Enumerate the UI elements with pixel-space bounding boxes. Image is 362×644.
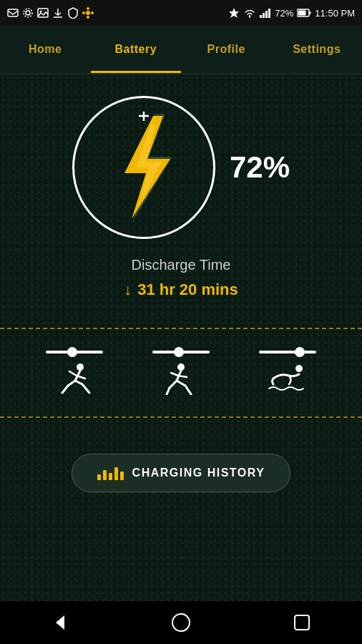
svg-rect-0	[8, 9, 18, 16]
nav-recents-button[interactable]	[288, 608, 316, 637]
image-icon	[37, 7, 49, 19]
flower-icon	[82, 7, 94, 19]
nav-tabs: Home Battery Profile Settings	[0, 26, 362, 74]
tab-home[interactable]: Home	[0, 26, 91, 73]
svg-rect-43	[295, 615, 309, 630]
slider-1[interactable]	[46, 351, 103, 353]
runner-icon-2	[161, 363, 200, 395]
svg-marker-41	[56, 615, 64, 630]
svg-point-9	[82, 11, 85, 14]
back-icon	[50, 613, 70, 633]
svg-rect-13	[263, 13, 265, 18]
svg-line-29	[82, 384, 89, 393]
bar-5	[120, 472, 124, 480]
battery-circle	[72, 96, 215, 239]
battery-percent-status: 72%	[275, 8, 293, 19]
bar-1	[97, 474, 101, 480]
runner-icon-1	[55, 363, 94, 395]
svg-line-37	[185, 386, 191, 394]
slider-knob-2[interactable]	[174, 347, 184, 357]
recents-square-icon	[292, 613, 312, 633]
divider-bottom	[0, 416, 362, 418]
svg-point-10	[91, 11, 94, 14]
star-icon	[228, 7, 240, 19]
status-right: 72% 11:50 PM	[228, 7, 355, 19]
bar-chart-icon	[97, 466, 124, 480]
svg-rect-18	[298, 11, 306, 16]
activity-item-1[interactable]	[46, 351, 103, 395]
settings-icon	[22, 7, 34, 19]
svg-point-6	[86, 11, 90, 15]
svg-marker-11	[229, 8, 239, 18]
tab-profile[interactable]: Profile	[181, 26, 272, 73]
nav-home-button[interactable]	[167, 608, 195, 637]
svg-line-26	[68, 381, 75, 386]
svg-rect-17	[310, 11, 311, 14]
shield-icon	[67, 7, 79, 19]
discharge-section: Discharge Time ↓ 31 hr 20 mins	[124, 239, 238, 313]
tab-battery[interactable]: Battery	[91, 26, 182, 73]
svg-rect-12	[260, 15, 262, 18]
bar-3	[109, 473, 112, 480]
svg-point-42	[172, 614, 190, 631]
svg-rect-14	[265, 11, 268, 18]
slider-knob-1[interactable]	[67, 347, 77, 357]
activity-item-2[interactable]	[152, 351, 210, 395]
divider-top	[0, 328, 362, 329]
charging-btn-section: CHARGING HISTORY	[0, 432, 362, 514]
main-content: 72% Discharge Time ↓ 31 hr 20 mins	[0, 74, 362, 601]
arrow-down-icon: ↓	[124, 280, 132, 299]
status-icons-left	[7, 7, 94, 19]
battery-percentage: 72%	[230, 150, 290, 185]
svg-point-40	[295, 365, 303, 372]
download-icon	[52, 7, 64, 19]
svg-line-38	[171, 373, 178, 376]
svg-rect-15	[268, 9, 270, 18]
battery-icon	[297, 8, 311, 18]
swimmer-icon	[268, 363, 307, 395]
clock: 11:50 PM	[315, 8, 355, 19]
activity-item-3[interactable]	[259, 351, 316, 395]
tab-settings[interactable]: Settings	[272, 26, 363, 73]
bottom-nav	[0, 601, 362, 644]
svg-line-28	[75, 381, 82, 384]
svg-line-27	[62, 386, 68, 393]
activity-section	[0, 343, 362, 402]
svg-line-35	[167, 388, 170, 394]
charging-history-label: CHARGING HISTORY	[132, 467, 265, 479]
discharge-label: Discharge Time	[124, 257, 238, 273]
slider-2[interactable]	[152, 351, 210, 353]
battery-display: 72%	[72, 96, 290, 239]
message-icon	[7, 7, 19, 19]
slider-3[interactable]	[259, 351, 316, 353]
svg-point-4	[40, 11, 42, 13]
bar-4	[114, 467, 118, 480]
svg-point-24	[77, 364, 84, 371]
home-circle-icon	[171, 613, 191, 633]
svg-point-7	[87, 7, 89, 10]
wifi-icon	[243, 8, 256, 18]
nav-back-button[interactable]	[46, 608, 74, 637]
lightning-bolt-icon	[104, 110, 183, 225]
svg-point-1	[26, 11, 30, 15]
discharge-time: ↓ 31 hr 20 mins	[124, 280, 238, 299]
svg-line-36	[177, 381, 185, 386]
svg-line-34	[170, 381, 177, 388]
svg-line-30	[69, 371, 77, 376]
signal-icon	[260, 8, 271, 18]
status-bar: 72% 11:50 PM	[0, 0, 362, 26]
slider-knob-3[interactable]	[295, 347, 305, 357]
charging-history-button[interactable]: CHARGING HISTORY	[72, 454, 291, 492]
bar-2	[103, 470, 107, 480]
svg-point-2	[24, 9, 32, 17]
svg-point-8	[87, 16, 89, 19]
battery-section: 72% Discharge Time ↓ 31 hr 20 mins	[0, 74, 362, 313]
